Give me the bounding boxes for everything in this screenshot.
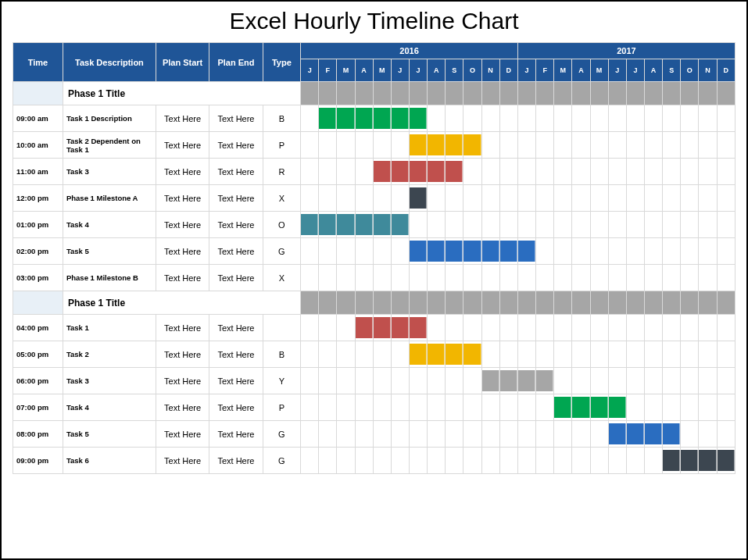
- header-start: Plan Start: [156, 43, 209, 82]
- gantt-cell: [499, 185, 517, 212]
- gantt-cell: [428, 315, 446, 341]
- gantt-cell: [644, 265, 662, 291]
- gantt-cell: [608, 159, 626, 185]
- gantt-bar-segment: [699, 450, 716, 471]
- plan-start-cell: Text Here: [156, 341, 209, 368]
- gantt-bar-segment: [627, 423, 644, 444]
- gantt-cell: [572, 265, 590, 291]
- gantt-cell: [355, 315, 373, 341]
- header-month: O: [463, 59, 481, 82]
- header-month: A: [355, 59, 373, 82]
- gantt-cell: [608, 185, 626, 212]
- gantt-cell: [446, 315, 463, 341]
- type-cell: X: [263, 185, 300, 212]
- gantt-cell: [337, 105, 355, 132]
- gantt-cell: [699, 238, 717, 265]
- header-month: D: [499, 59, 517, 82]
- gantt-cell: [409, 212, 427, 238]
- gantt-cell: [681, 448, 699, 474]
- gantt-cell: [481, 238, 499, 265]
- plan-end-cell: Text Here: [209, 421, 263, 448]
- phase-bar-segment: [663, 82, 681, 105]
- type-cell: P: [263, 394, 300, 421]
- gantt-cell: [717, 448, 735, 474]
- gantt-cell: [644, 105, 662, 132]
- time-cell: 07:00 pm: [13, 394, 63, 421]
- gantt-cell: [301, 132, 319, 159]
- gantt-cell: [499, 238, 517, 265]
- phase-bar-segment: [644, 82, 662, 105]
- gantt-cell: [626, 212, 644, 238]
- gantt-cell: [391, 368, 409, 394]
- gantt-cell: [590, 238, 608, 265]
- gantt-cell: [626, 238, 644, 265]
- gantt-cell: [699, 159, 717, 185]
- header-month: F: [319, 59, 337, 82]
- gantt-cell: [481, 448, 499, 474]
- task-row: 05:00 pmTask 2Text HereText HereB: [13, 341, 735, 368]
- gantt-cell: [681, 105, 699, 132]
- gantt-cell: [428, 341, 446, 368]
- time-cell: 06:00 pm: [13, 368, 63, 394]
- gantt-cell: [391, 394, 409, 421]
- gantt-cell: [572, 394, 590, 421]
- gantt-bar-segment: [374, 108, 391, 129]
- gantt-cell: [644, 315, 662, 341]
- gantt-cell: [446, 448, 463, 474]
- gantt-cell: [409, 341, 427, 368]
- gantt-bar-segment: [356, 214, 373, 235]
- gantt-cell: [608, 341, 626, 368]
- gantt-bar-segment: [428, 241, 445, 262]
- gantt-cell: [554, 368, 572, 394]
- header-month: J: [626, 59, 644, 82]
- gantt-bar-segment: [410, 241, 427, 262]
- phase-bar-segment: [681, 291, 699, 315]
- gantt-cell: [644, 421, 662, 448]
- plan-start-cell: Text Here: [156, 238, 209, 265]
- task-row: 06:00 pmTask 3Text HereText HereY: [13, 368, 735, 394]
- gantt-cell: [517, 185, 535, 212]
- gantt-cell: [536, 105, 554, 132]
- phase-bar-segment: [409, 291, 427, 315]
- gantt-cell: [536, 341, 554, 368]
- gantt-bar-segment: [410, 108, 427, 129]
- gantt-cell: [481, 132, 499, 159]
- gantt-cell: [554, 394, 572, 421]
- gantt-cell: [626, 185, 644, 212]
- gantt-cell: [319, 394, 337, 421]
- gantt-cell: [373, 265, 391, 291]
- gantt-cell: [301, 238, 319, 265]
- gantt-cell: [590, 341, 608, 368]
- gantt-bar-segment: [536, 370, 553, 391]
- gantt-bar-segment: [591, 397, 608, 418]
- gantt-cell: [428, 394, 446, 421]
- gantt-cell: [409, 105, 427, 132]
- gantt-cell: [355, 265, 373, 291]
- gantt-cell: [681, 185, 699, 212]
- gantt-cell: [663, 448, 681, 474]
- gantt-cell: [572, 448, 590, 474]
- phase-row: Phase 1 Title: [13, 291, 735, 315]
- gantt-cell: [590, 368, 608, 394]
- gantt-cell: [626, 132, 644, 159]
- phase-bar-segment: [301, 291, 319, 315]
- phase-bar-segment: [517, 82, 535, 105]
- phase-bar-segment: [572, 291, 590, 315]
- gantt-cell: [355, 105, 373, 132]
- gantt-cell: [373, 238, 391, 265]
- gantt-cell: [373, 421, 391, 448]
- time-cell: 10:00 am: [13, 132, 63, 159]
- gantt-cell: [517, 265, 535, 291]
- gantt-bar-segment: [500, 241, 517, 262]
- gantt-cell: [391, 212, 409, 238]
- gantt-cell: [337, 394, 355, 421]
- gantt-cell: [428, 132, 446, 159]
- gantt-cell: [409, 265, 427, 291]
- gantt-cell: [608, 105, 626, 132]
- gantt-cell: [301, 394, 319, 421]
- gantt-cell: [644, 448, 662, 474]
- gantt-cell: [319, 265, 337, 291]
- gantt-bar-segment: [609, 423, 626, 444]
- gantt-cell: [517, 341, 535, 368]
- type-cell: Y: [263, 368, 300, 394]
